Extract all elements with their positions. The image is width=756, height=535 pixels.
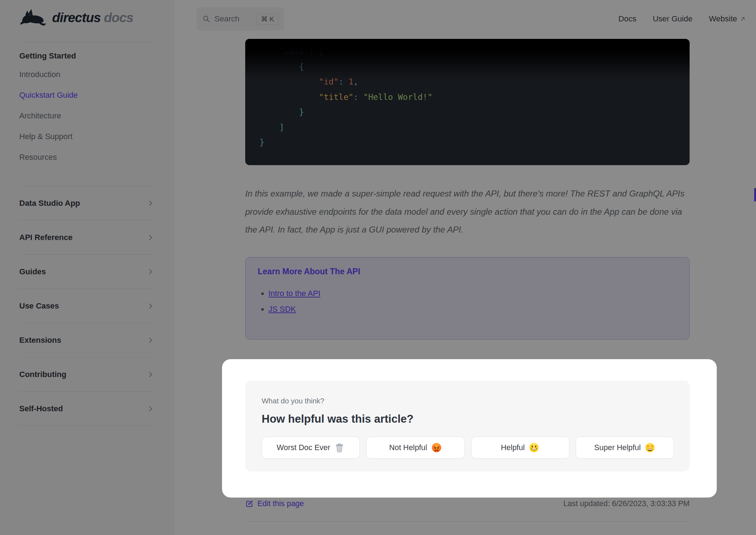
feedback-button-super-helpful[interactable]: Super Helpful [576,437,674,459]
star-struck-icon [645,442,655,453]
trash-icon [334,442,345,453]
feedback-card: What do you think? How helpful was this … [245,381,690,472]
feedback-button-helpful[interactable]: Helpful [471,437,569,459]
docs-page: directusdocs Getting Started Introductio… [0,0,756,535]
feedback-spotlight: What do you think? How helpful was this … [222,359,717,498]
feedback-button-label: Worst Doc Ever [277,443,330,452]
feedback-kicker: What do you think? [262,396,674,406]
feedback-options: Worst Doc Ever Not Helpful [262,437,674,459]
feedback-question: How helpful was this article? [262,411,674,427]
smiley-face-icon [529,442,539,453]
feedback-button-label: Helpful [501,443,525,452]
angry-face-icon [431,442,442,453]
feedback-button-label: Not Helpful [389,443,427,452]
feedback-button-worst-doc-ever[interactable]: Worst Doc Ever [262,437,360,459]
feedback-button-not-helpful[interactable]: Not Helpful [366,437,464,459]
feedback-button-label: Super Helpful [594,443,641,452]
